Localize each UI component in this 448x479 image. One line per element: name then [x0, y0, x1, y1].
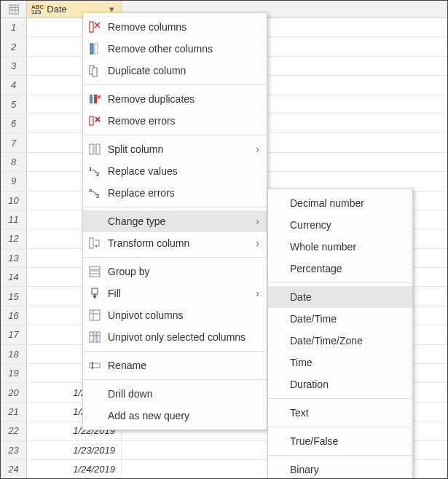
svg-rect-19 — [90, 144, 93, 154]
svg-rect-11 — [93, 68, 97, 76]
chevron-right-icon: › — [256, 143, 259, 155]
row-number-cell: 4 — [1, 76, 27, 94]
menu-split-column[interactable]: Split column › — [83, 138, 267, 160]
svg-rect-20 — [96, 144, 100, 154]
svg-rect-33 — [92, 288, 98, 294]
row-number-cell: 20 — [1, 383, 27, 401]
data-cell[interactable]: 1/24/2019 — [27, 460, 122, 478]
remove-errors-icon — [87, 114, 102, 128]
submenu-duration[interactable]: Duration — [268, 373, 412, 395]
row-number-cell: 17 — [1, 325, 27, 344]
menu-remove-other-columns[interactable]: Remove other columns — [83, 38, 267, 60]
row-number-cell: 22 — [1, 421, 27, 440]
remove-duplicates-icon — [87, 92, 102, 106]
row-number-cell: 3 — [1, 57, 27, 75]
svg-text:2: 2 — [96, 193, 100, 199]
submenu-text[interactable]: Text — [268, 402, 412, 424]
submenu-binary[interactable]: Binary — [268, 459, 412, 479]
row-number-cell: 16 — [1, 306, 27, 325]
submenu-time[interactable]: Time — [268, 352, 412, 373]
svg-text:1: 1 — [89, 166, 93, 173]
menu-remove-duplicates[interactable]: Remove duplicates — [83, 88, 267, 110]
menu-separator — [83, 257, 267, 258]
row-number-cell: 2 — [1, 37, 27, 55]
svg-rect-5 — [90, 22, 93, 32]
row-number-cell: 21 — [1, 403, 27, 421]
row-number-cell: 24 — [1, 460, 27, 478]
menu-rename[interactable]: Rename — [83, 355, 267, 376]
menu-group-by[interactable]: Group by — [83, 261, 267, 282]
svg-text:a: a — [89, 187, 93, 194]
select-all-corner[interactable] — [1, 1, 27, 17]
menu-unpivot-columns[interactable]: Unpivot columns — [83, 304, 267, 326]
data-cell[interactable]: 1/23/2019 — [27, 441, 122, 459]
menu-drill-down[interactable]: Drill down — [83, 383, 267, 405]
svg-rect-40 — [93, 332, 97, 342]
menu-replace-values[interactable]: 12 Replace values — [83, 160, 267, 182]
blank-icon — [87, 387, 102, 401]
rename-icon — [87, 358, 102, 373]
blank-icon — [87, 408, 102, 423]
row-number-cell: 9 — [1, 172, 27, 190]
menu-change-type[interactable]: Change type › — [83, 210, 267, 232]
menu-separator — [268, 427, 412, 427]
menu-separator — [83, 135, 267, 135]
row-number-cell: 18 — [1, 345, 27, 363]
submenu-currency[interactable]: Currency — [268, 214, 412, 236]
row-number-cell: 5 — [1, 95, 27, 114]
datatype-any-icon: ABC 123 — [31, 4, 44, 15]
row-number-cell: 15 — [1, 287, 27, 305]
row-number-cell: 13 — [1, 249, 27, 267]
submenu-decimal-number[interactable]: Decimal number — [268, 192, 412, 214]
replace-errors-icon: a2 — [87, 186, 102, 200]
unpivot-columns-icon — [87, 308, 102, 322]
menu-separator — [268, 455, 412, 456]
menu-separator — [83, 207, 267, 207]
menu-fill[interactable]: Fill › — [83, 282, 267, 304]
row-number-cell: 1 — [1, 18, 27, 36]
menu-remove-columns[interactable]: Remove columns — [83, 16, 267, 38]
submenu-date[interactable]: Date — [268, 286, 412, 308]
change-type-submenu: Decimal number Currency Whole number Per… — [267, 189, 413, 479]
svg-rect-16 — [90, 116, 93, 125]
blank-icon — [87, 214, 102, 229]
unpivot-selected-icon — [87, 330, 102, 344]
menu-separator — [268, 398, 412, 399]
svg-rect-9 — [95, 44, 98, 54]
submenu-true-false[interactable]: True/False — [268, 430, 412, 452]
menu-remove-errors[interactable]: Remove errors — [83, 110, 267, 132]
chevron-right-icon: › — [256, 237, 259, 249]
row-number-cell: 23 — [1, 441, 27, 459]
menu-separator — [83, 379, 267, 380]
submenu-whole-number[interactable]: Whole number — [268, 236, 412, 258]
svg-text:2: 2 — [96, 171, 100, 178]
split-column-icon — [87, 142, 102, 157]
fill-icon — [87, 286, 102, 301]
row-number-cell: 6 — [1, 114, 27, 132]
svg-rect-12 — [90, 95, 93, 103]
menu-replace-errors[interactable]: a2 Replace errors — [83, 182, 267, 204]
chevron-right-icon: › — [256, 215, 259, 227]
submenu-date-time[interactable]: Date/Time — [268, 308, 412, 330]
menu-duplicate-column[interactable]: Duplicate column — [83, 60, 267, 82]
svg-marker-35 — [93, 296, 97, 298]
submenu-percentage[interactable]: Percentage — [268, 258, 412, 280]
row-number-cell: 14 — [1, 268, 27, 286]
svg-rect-30 — [90, 266, 100, 269]
row-number-cell: 11 — [1, 210, 27, 229]
svg-rect-13 — [94, 95, 97, 103]
column-context-menu: Remove columns Remove other columns Dupl… — [82, 12, 267, 430]
submenu-date-time-zone[interactable]: Date/Time/Zone — [268, 330, 412, 352]
remove-columns-icon — [87, 20, 102, 34]
menu-add-as-new-query[interactable]: Add as new query — [83, 405, 267, 427]
menu-transform-column[interactable]: Transform column › — [83, 232, 267, 254]
menu-unpivot-only-selected[interactable]: Unpivot only selected columns — [83, 326, 267, 348]
svg-rect-28 — [90, 238, 93, 248]
duplicate-column-icon — [87, 63, 102, 78]
table-icon — [9, 4, 19, 15]
svg-rect-0 — [9, 4, 17, 13]
replace-values-icon: 12 — [87, 164, 102, 178]
chevron-right-icon: › — [256, 288, 259, 299]
row-number-cell: 7 — [1, 133, 27, 151]
svg-rect-44 — [90, 363, 100, 368]
